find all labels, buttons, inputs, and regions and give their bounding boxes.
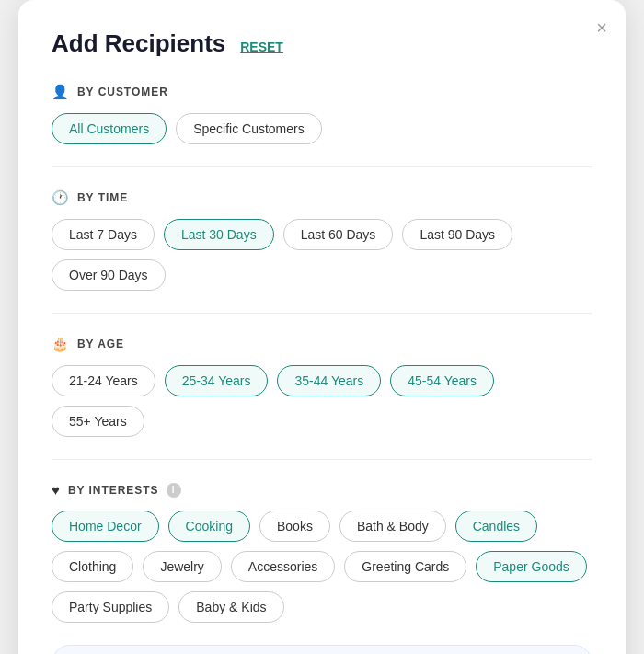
chip-clothing[interactable]: Clothing xyxy=(52,551,133,582)
chip-accessories[interactable]: Accessories xyxy=(231,551,335,582)
heart-icon: ♥ xyxy=(52,482,61,498)
by-customer-label: 👤 BY CUSTOMER xyxy=(52,84,592,100)
interests-chips: Home Decor Cooking Books Bath & Body Can… xyxy=(52,511,592,623)
chip-last-7[interactable]: Last 7 Days xyxy=(52,219,155,250)
chip-last-30[interactable]: Last 30 Days xyxy=(164,219,274,250)
divider-2 xyxy=(52,313,592,314)
modal-title: Add Recipients xyxy=(52,29,225,58)
clock-icon: 🕐 xyxy=(52,189,70,206)
chip-candles[interactable]: Candles xyxy=(455,511,537,542)
chip-books[interactable]: Books xyxy=(259,511,330,542)
time-chips: Last 7 Days Last 30 Days Last 60 Days La… xyxy=(52,219,592,291)
customer-chips: All Customers Specific Customers xyxy=(52,113,592,144)
chip-home-decor[interactable]: Home Decor xyxy=(52,511,159,542)
by-time-label: 🕐 BY TIME xyxy=(52,189,592,206)
interests-info-icon[interactable]: i xyxy=(167,483,181,498)
chip-all-customers[interactable]: All Customers xyxy=(52,113,167,144)
chip-last-90[interactable]: Last 90 Days xyxy=(402,219,512,250)
divider-3 xyxy=(52,459,592,460)
chip-bath-body[interactable]: Bath & Body xyxy=(339,511,446,542)
chip-cooking[interactable]: Cooking xyxy=(168,511,250,542)
chip-over-90[interactable]: Over 90 Days xyxy=(52,259,166,291)
chip-greeting-cards[interactable]: Greeting Cards xyxy=(344,551,466,582)
close-button[interactable]: × xyxy=(596,18,607,37)
by-age-section: 🎂 BY AGE 21-24 Years 25-34 Years 35-44 Y… xyxy=(52,336,592,437)
chip-25-34[interactable]: 25-34 Years xyxy=(165,365,269,396)
by-interests-label: ♥ BY INTERESTS i xyxy=(52,482,592,498)
age-icon: 🎂 xyxy=(52,336,70,352)
by-age-label: 🎂 BY AGE xyxy=(52,336,592,352)
reset-button[interactable]: RESET xyxy=(240,40,283,54)
chip-jewelry[interactable]: Jewelry xyxy=(143,551,221,582)
chip-last-60[interactable]: Last 60 Days xyxy=(283,219,394,250)
chip-21-24[interactable]: 21-24 Years xyxy=(52,365,155,396)
by-customer-section: 👤 BY CUSTOMER All Customers Specific Cus… xyxy=(52,84,592,144)
by-time-section: 🕐 BY TIME Last 7 Days Last 30 Days Last … xyxy=(52,189,592,291)
modal-header: Add Recipients RESET xyxy=(52,29,592,58)
recipients-bar: i 1543 recipients are selected for this … xyxy=(52,645,592,654)
age-chips: 21-24 Years 25-34 Years 35-44 Years 45-5… xyxy=(52,365,592,437)
chip-baby-kids[interactable]: Baby & Kids xyxy=(178,591,283,623)
divider-1 xyxy=(52,166,592,167)
chip-party-supplies[interactable]: Party Supplies xyxy=(52,591,169,623)
chip-paper-goods[interactable]: Paper Goods xyxy=(476,551,587,582)
by-interests-section: ♥ BY INTERESTS i Home Decor Cooking Book… xyxy=(52,482,592,623)
modal: × Add Recipients RESET 👤 BY CUSTOMER All… xyxy=(18,0,626,654)
chip-specific-customers[interactable]: Specific Customers xyxy=(176,113,322,144)
customer-icon: 👤 xyxy=(52,84,70,100)
chip-45-54[interactable]: 45-54 Years xyxy=(390,365,494,396)
chip-35-44[interactable]: 35-44 Years xyxy=(277,365,381,396)
chip-55plus[interactable]: 55+ Years xyxy=(52,406,144,437)
